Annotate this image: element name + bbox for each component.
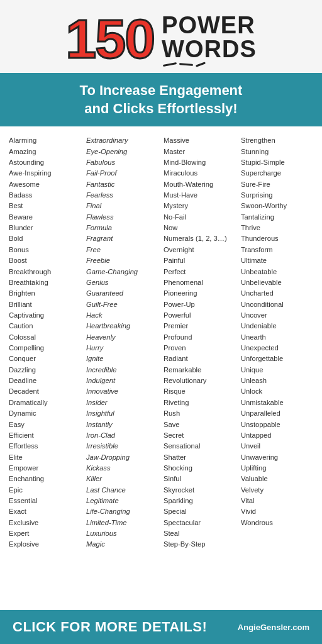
list-item: Valuable bbox=[241, 474, 313, 484]
list-item: Massive bbox=[164, 135, 236, 146]
list-item: Unlock bbox=[241, 386, 313, 397]
list-item: Expert bbox=[9, 528, 81, 539]
list-item: Unearth bbox=[241, 332, 313, 343]
list-item: Spectacular bbox=[164, 518, 236, 528]
list-item: Brilliant bbox=[9, 299, 81, 310]
list-item: Luxurious bbox=[86, 528, 158, 539]
list-item: Irresistible bbox=[86, 441, 158, 452]
list-item: Ultimate bbox=[241, 255, 313, 266]
list-item: Powerful bbox=[164, 310, 236, 321]
list-item: Insightful bbox=[86, 408, 158, 419]
list-item: Miraculous bbox=[164, 168, 236, 179]
list-item: Incredible bbox=[86, 365, 158, 375]
list-item: Dynamic bbox=[9, 408, 81, 419]
list-item: Instantly bbox=[86, 419, 158, 430]
list-item: Velvety bbox=[241, 485, 313, 496]
list-item: Sparkling bbox=[164, 496, 236, 506]
list-item: Formula bbox=[86, 223, 158, 233]
list-item: Awesome bbox=[9, 179, 81, 190]
list-item: Caution bbox=[9, 321, 81, 331]
list-item: Fearless bbox=[86, 190, 158, 201]
list-item: Skyrocket bbox=[164, 485, 236, 496]
list-item: Heartbreaking bbox=[86, 321, 158, 331]
list-item: Innovative bbox=[86, 386, 158, 397]
list-item: Sensational bbox=[164, 441, 236, 452]
list-item: Radiant bbox=[164, 353, 236, 364]
list-item: Mystery bbox=[164, 201, 236, 211]
list-item: Power-Up bbox=[164, 299, 236, 310]
list-item: Strengthen bbox=[241, 135, 313, 146]
list-item: Dazzling bbox=[9, 365, 81, 375]
list-item: Awe-Inspiring bbox=[9, 168, 81, 179]
words-text: WORDS bbox=[162, 37, 257, 61]
list-item: Beware bbox=[9, 212, 81, 223]
list-item: Unstoppable bbox=[241, 419, 313, 430]
list-item: Bold bbox=[9, 233, 81, 244]
list-item: Shatter bbox=[164, 452, 236, 463]
list-item: Painful bbox=[164, 255, 236, 266]
subtitle-line2: and Clicks Effortlessly! bbox=[13, 100, 309, 118]
list-item: Genius bbox=[86, 277, 158, 288]
list-item: Decadent bbox=[9, 386, 81, 397]
list-item: Empower bbox=[9, 463, 81, 474]
list-item: Free bbox=[86, 245, 158, 255]
list-item: Final bbox=[86, 201, 158, 211]
list-item: Killer bbox=[86, 474, 158, 484]
footer-section[interactable]: CLICK FOR MORE DETAILS! AngieGensler.com bbox=[0, 610, 322, 644]
word-column-3: MassiveMasterMind-BlowingMiraculousMouth… bbox=[161, 135, 238, 550]
list-item: Compelling bbox=[9, 343, 81, 353]
list-item: Hack bbox=[86, 310, 158, 321]
list-item: Exact bbox=[9, 506, 81, 517]
list-item: Epic bbox=[9, 485, 81, 496]
header-section: 150 POWER WORDS bbox=[0, 0, 322, 73]
list-item: Efficient bbox=[9, 430, 81, 441]
list-item: Limited-Time bbox=[86, 518, 158, 528]
list-item: Mind-Blowing bbox=[164, 157, 236, 168]
list-item: Sure-Fire bbox=[241, 179, 313, 190]
list-item: Unwavering bbox=[241, 452, 313, 463]
list-item: Special bbox=[164, 506, 236, 517]
list-item: Heavenly bbox=[86, 332, 158, 343]
list-item: Stunning bbox=[241, 147, 313, 157]
list-item: Guilt-Free bbox=[86, 299, 158, 310]
list-item: Game-Changing bbox=[86, 267, 158, 277]
list-item: Best bbox=[9, 201, 81, 211]
list-item: Sinful bbox=[164, 474, 236, 484]
list-item: Fail-Proof bbox=[86, 168, 158, 179]
header-inner: 150 POWER WORDS bbox=[65, 11, 256, 67]
list-item: Jaw-Dropping bbox=[86, 452, 158, 463]
list-item: Unique bbox=[241, 365, 313, 375]
list-item: Captivating bbox=[9, 310, 81, 321]
word-column-4: StrengthenStunningStupid-SimpleSuperchar… bbox=[238, 135, 316, 550]
list-item: Last Chance bbox=[86, 485, 158, 496]
list-item: Legitimate bbox=[86, 496, 158, 506]
power-text: POWER bbox=[162, 13, 257, 37]
list-item: Effortless bbox=[9, 441, 81, 452]
list-item: Step-By-Step bbox=[164, 539, 236, 550]
list-item: Astounding bbox=[9, 157, 81, 168]
list-item: Eye-Opening bbox=[86, 147, 158, 157]
list-item: Flawless bbox=[86, 212, 158, 223]
list-item: Unmistakable bbox=[241, 397, 313, 408]
word-column-2: ExtraordinaryEye-OpeningFabulousFail-Pro… bbox=[84, 135, 161, 550]
list-item: Uncharted bbox=[241, 288, 313, 299]
list-item: Breakthrough bbox=[9, 267, 81, 277]
list-item: Conquer bbox=[9, 353, 81, 364]
list-item: Risque bbox=[164, 386, 236, 397]
list-item: Fragrant bbox=[86, 233, 158, 244]
footer-brand-text: AngieGensler.com bbox=[238, 623, 309, 632]
list-item: Overnight bbox=[164, 245, 236, 255]
list-item: Iron-Clad bbox=[86, 430, 158, 441]
list-item: Mouth-Watering bbox=[164, 179, 236, 190]
list-item: Easy bbox=[9, 419, 81, 430]
list-item: Amazing bbox=[9, 147, 81, 157]
subtitle-banner: To Increase Engagement and Clicks Effort… bbox=[0, 73, 322, 126]
list-item: Kickass bbox=[86, 463, 158, 474]
list-item: Fantastic bbox=[86, 179, 158, 190]
list-item: Untapped bbox=[241, 430, 313, 441]
list-item: Insider bbox=[86, 397, 158, 408]
list-item: Secret bbox=[164, 430, 236, 441]
footer-cta-text[interactable]: CLICK FOR MORE DETAILS! bbox=[13, 619, 207, 635]
list-item: Alarming bbox=[9, 135, 81, 146]
list-item: Steal bbox=[164, 528, 236, 539]
